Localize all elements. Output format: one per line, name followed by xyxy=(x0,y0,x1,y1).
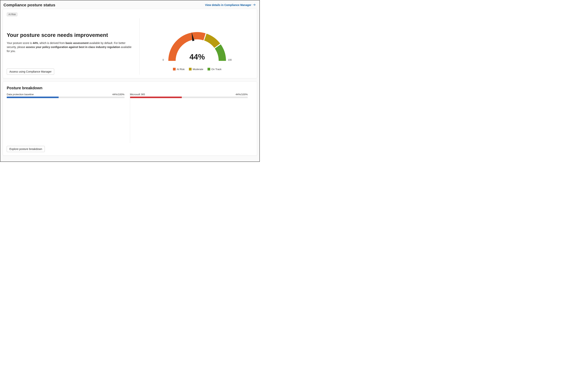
breakdown-title: Posture breakdown xyxy=(7,86,253,90)
compliance-posture-panel: Compliance posture status View details i… xyxy=(0,0,260,162)
legend-swatch xyxy=(173,68,176,70)
progress-bar-fill xyxy=(130,97,182,98)
legend-item: At Risk xyxy=(173,68,185,71)
breakdown-item: Data protection baseline 44%/100% xyxy=(7,93,130,143)
progress-bar xyxy=(7,97,125,98)
posture-breakdown-card: Posture breakdown Data protection baseli… xyxy=(3,81,257,156)
breakdown-label: Data protection baseline xyxy=(7,93,34,96)
breakdown-item: Microsoft 365 44%/100% xyxy=(130,93,253,143)
vertical-divider xyxy=(139,18,140,75)
posture-gauge: 44% 0 100 xyxy=(163,28,232,67)
legend-item: Moderate xyxy=(189,68,203,71)
breakdown-value: 44%/100% xyxy=(112,93,125,96)
posture-description: Your posture score is 44%, which is deri… xyxy=(7,41,132,53)
breakdown-value: 44%/100% xyxy=(236,93,248,96)
legend-label: Moderate xyxy=(193,68,203,71)
breakdown-label: Microsoft 365 xyxy=(130,93,145,96)
gauge-legend: At RiskModerateOn Track xyxy=(173,68,222,71)
arrow-right-icon xyxy=(252,3,256,7)
posture-headline: Your posture score needs improvement xyxy=(7,32,132,38)
breakdown-grid: Data protection baseline 44%/100% Micros… xyxy=(7,93,253,143)
legend-swatch xyxy=(189,68,192,70)
gauge-value: 44% xyxy=(163,53,232,61)
legend-label: On Track xyxy=(211,68,222,71)
legend-label: At Risk xyxy=(177,68,185,71)
view-details-label: View details in Compliance Manager xyxy=(205,3,251,6)
legend-item: On Track xyxy=(208,68,222,71)
progress-bar xyxy=(130,97,248,98)
progress-bar-fill xyxy=(7,97,59,98)
status-badge: At Risk xyxy=(7,12,17,16)
posture-score-card: At Risk Your posture score needs improve… xyxy=(3,9,257,78)
gauge-min-label: 0 xyxy=(163,59,164,61)
assess-button[interactable]: Assess using Compliance Manager xyxy=(7,68,54,75)
explore-breakdown-button[interactable]: Explore posture breakdown xyxy=(7,146,45,152)
view-details-link[interactable]: View details in Compliance Manager xyxy=(205,3,256,7)
gauge-max-label: 100 xyxy=(228,59,232,61)
panel-header: Compliance posture status View details i… xyxy=(3,2,257,9)
legend-swatch xyxy=(208,68,210,70)
gauge-area: 44% 0 100 At RiskModerateOn Track xyxy=(141,18,253,75)
posture-summary: Your posture score needs improvement You… xyxy=(7,18,138,75)
panel-title: Compliance posture status xyxy=(3,3,55,7)
